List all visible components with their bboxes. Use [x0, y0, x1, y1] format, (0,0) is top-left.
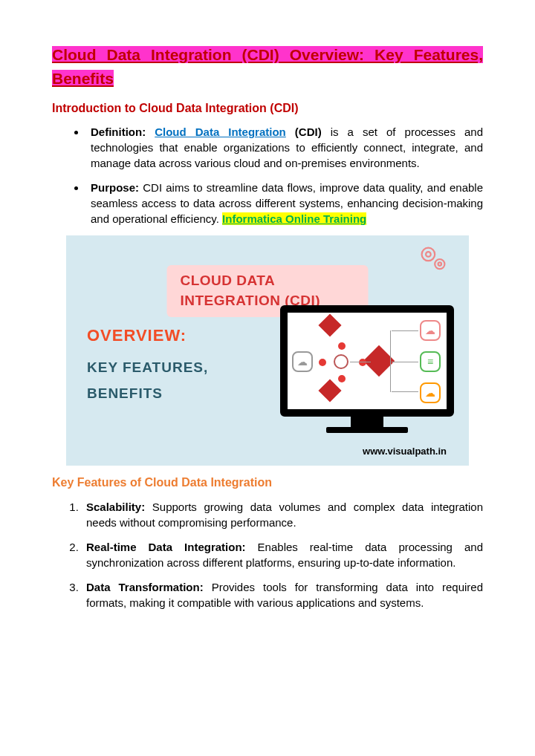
connector-line — [390, 330, 391, 392]
dot-icon — [319, 359, 326, 366]
hub-icon — [334, 354, 348, 369]
page-title: Cloud Data Integration (CDI) Overview: K… — [52, 46, 483, 87]
connector-line — [392, 330, 418, 331]
figure-url: www.visualpath.in — [363, 445, 447, 458]
features-list: Scalability: Supports growing data volum… — [52, 499, 483, 610]
label: Scalability: — [86, 501, 145, 513]
diamond-icon — [318, 314, 341, 337]
monitor-illustration: ☁ ≡ ☁ ☁ — [280, 305, 454, 433]
connector-line — [350, 362, 371, 362]
intro-list: Definition: Cloud Data Integration (CDI)… — [52, 124, 483, 227]
label: Real-time Data Integration: — [86, 541, 246, 553]
diamond-icon — [318, 379, 341, 403]
svg-point-1 — [426, 252, 431, 257]
connector-line — [392, 362, 418, 362]
label: Purpose: — [91, 181, 139, 194]
svg-point-3 — [438, 263, 441, 266]
label: Data Transformation: — [86, 581, 204, 593]
hero-figure: CLOUD DATA INTEGRATION (CDI) OVERVIEW: K… — [66, 235, 469, 466]
cdi-abbrev: (CDI) — [295, 126, 322, 138]
feature-text: Supports growing data volumes and comple… — [86, 501, 483, 529]
dot-icon — [338, 342, 346, 350]
figure-left-text: OVERVIEW: KEY FEATURES, BENEFITS — [87, 325, 208, 403]
figure-overview: OVERVIEW: — [87, 325, 208, 348]
connector-line — [392, 391, 418, 392]
monitor-base — [326, 427, 408, 433]
features-heading: Key Features of Cloud Data Integration — [52, 475, 483, 491]
figure-benefits: BENEFITS — [87, 384, 208, 404]
feature-item-transformation: Data Transformation: Provides tools for … — [82, 579, 483, 610]
intro-heading: Introduction to Cloud Data Integration (… — [52, 100, 483, 117]
feature-item-realtime: Real-time Data Integration: Enables real… — [82, 539, 483, 570]
cdi-link[interactable]: Cloud Data Integration — [155, 126, 286, 138]
label: Definition: — [91, 126, 146, 138]
informatica-link[interactable]: Informatica Online Training — [222, 212, 366, 225]
definition-text: is a set of processes and technologies t… — [91, 126, 483, 169]
page-title-wrap: Cloud Data Integration (CDI) Overview: K… — [52, 43, 483, 90]
gear-icon — [417, 243, 450, 276]
monitor-screen: ☁ ≡ ☁ ☁ — [280, 305, 454, 417]
cloud-icon: ☁ — [420, 320, 441, 341]
cloud-icon: ☁ — [420, 382, 441, 403]
intro-item-definition: Definition: Cloud Data Integration (CDI)… — [86, 124, 483, 171]
figure-keyfeatures: KEY FEATURES, — [87, 358, 208, 378]
dot-icon — [338, 375, 346, 382]
feature-item-scalability: Scalability: Supports growing data volum… — [82, 499, 483, 530]
dot-icon — [359, 359, 366, 366]
intro-item-purpose: Purpose: CDI aims to streamline data flo… — [86, 180, 483, 227]
database-icon: ≡ — [420, 351, 441, 372]
monitor-stand — [351, 417, 383, 427]
svg-point-0 — [422, 248, 435, 261]
cloud-icon: ☁ — [292, 351, 313, 372]
svg-point-2 — [435, 259, 444, 269]
